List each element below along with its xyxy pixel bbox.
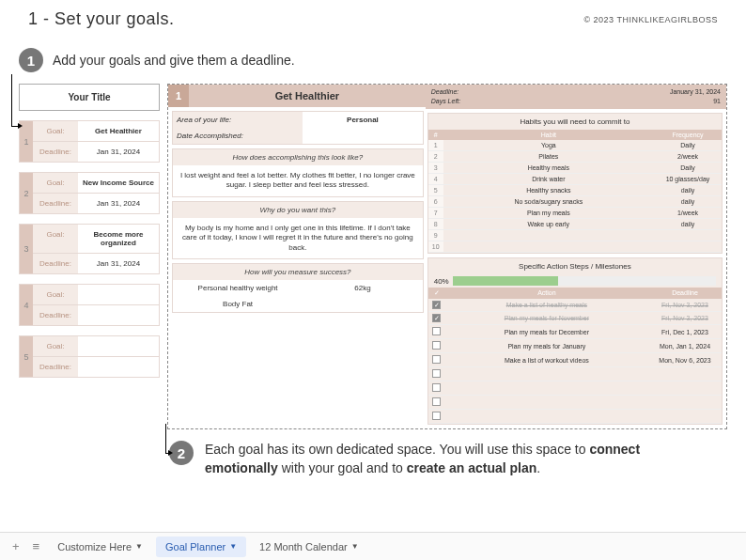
action-row[interactable] <box>428 367 722 381</box>
q3-label: How will you measure success? <box>173 264 423 280</box>
checkbox-icon[interactable] <box>432 355 441 364</box>
action-row[interactable]: Make a list of workout videosMon, Nov 6,… <box>428 353 722 367</box>
goal-title[interactable]: Get Healthier <box>78 121 159 141</box>
goal-deadline[interactable]: Jan 31, 2024 <box>78 194 159 213</box>
all-sheets-icon[interactable]: ≡ <box>28 539 45 553</box>
metric-2-value[interactable] <box>303 296 423 312</box>
habit-row[interactable]: 7Plan my meals1/week <box>428 208 722 219</box>
detail-meta: Deadline:January 31, 2024 Days Left:91 <box>426 85 726 109</box>
add-sheet-icon[interactable]: + <box>8 539 24 553</box>
habit-row[interactable]: 8Wake up earlydaily <box>428 219 722 230</box>
actions-table: Specific Action Steps / Milestones 40% ✓… <box>427 257 723 425</box>
checkbox-icon[interactable]: ✓ <box>432 301 441 309</box>
step-1: 1 Add your goals and give them a deadlin… <box>19 48 746 72</box>
daysleft-value: 91 <box>713 97 721 106</box>
habit-row[interactable]: 3Healthy mealsDaily <box>428 163 722 174</box>
habit-row[interactable]: 6No soda/sugary snacksdaily <box>428 196 722 208</box>
arrow-2 <box>165 424 169 454</box>
goal-deadline[interactable]: Jan 31, 2024 <box>78 142 159 162</box>
action-row[interactable]: Plan my meals for JanuaryMon, Jan 1, 202… <box>428 339 722 353</box>
checkbox-icon[interactable] <box>432 369 441 378</box>
goal-deadline[interactable] <box>78 357 159 377</box>
date-acc-label: Date Accomplished: <box>173 128 303 144</box>
detail-header: 1 Get Healthier <box>168 85 426 107</box>
habit-row[interactable]: 4Drink water10 glasses/day <box>428 174 722 185</box>
goal-num: 3 <box>20 225 33 273</box>
goals-sidebar: Your Title 1 Goal:Get Healthier Deadline… <box>19 84 160 429</box>
action-row[interactable]: ✓ Make a list of healthy mealsFri, Nov 3… <box>428 299 722 312</box>
goal-card-3[interactable]: 3 Goal:Become more organized Deadline:Ja… <box>19 224 160 274</box>
progress-bar <box>453 276 716 286</box>
goal-card-1[interactable]: 1 Goal:Get Healthier Deadline:Jan 31, 20… <box>19 120 160 163</box>
step-1-text: Add your goals and give them a deadline. <box>53 53 295 68</box>
action-row[interactable]: Plan my meals for DecemberFri, Dec 1, 20… <box>428 325 722 339</box>
goal-card-4[interactable]: 4 Goal: Deadline: <box>19 284 160 326</box>
habit-row[interactable]: 1YogaDaily <box>428 140 722 151</box>
deadline-label: Deadline: <box>33 357 78 377</box>
deadline-label: Deadline: <box>33 305 78 325</box>
action-row[interactable] <box>428 396 722 410</box>
goal-title[interactable]: New Income Source <box>78 173 159 193</box>
title-input[interactable]: Your Title <box>19 84 160 111</box>
q1-label: How does accomplishing this look like? <box>173 149 423 165</box>
deadline-value: January 31, 2024 <box>670 87 721 97</box>
date-acc-value[interactable] <box>303 128 423 144</box>
detail-goal-title: Get Healthier <box>189 85 426 107</box>
habit-row[interactable]: 5Healthy snacksdaily <box>428 185 722 196</box>
detail-goal-num: 1 <box>168 85 189 107</box>
habit-row[interactable]: 2Pilates2/week <box>428 151 722 163</box>
deadline-label: Deadline: <box>33 142 78 162</box>
arrow-1 <box>11 74 19 127</box>
checkbox-icon[interactable] <box>432 412 441 420</box>
q2-label: Why do you want this? <box>173 202 423 218</box>
area-label: Area of your life: <box>173 112 303 128</box>
goal-num: 2 <box>20 173 33 213</box>
sheet-tabbar: + ≡ Customize Here▼ Goal Planner▼ 12 Mon… <box>0 532 746 560</box>
goal-title[interactable] <box>78 336 159 356</box>
q2-answer[interactable]: My body is my home and I only get one in… <box>173 218 423 258</box>
action-row[interactable] <box>428 410 722 424</box>
habit-row[interactable]: 10 <box>428 241 722 253</box>
copyright: © 2023 THINKLIKEAGIRLBOSS <box>583 15 718 24</box>
habits-table: Habits you will need to commit to #Habit… <box>427 113 723 254</box>
q1-answer[interactable]: I lost weight and feel a lot better. My … <box>173 165 423 196</box>
goal-card-2[interactable]: 2 Goal:New Income Source Deadline:Jan 31… <box>19 172 160 214</box>
checkbox-icon[interactable] <box>432 383 441 392</box>
step-2-text: Each goal has its own dedicated space. Y… <box>205 441 690 477</box>
metric-1-value[interactable]: 62kg <box>303 280 423 296</box>
habit-row[interactable]: 9 <box>428 230 722 241</box>
tab-calendar[interactable]: 12 Month Calendar▼ <box>250 537 367 557</box>
goal-label: Goal: <box>33 121 78 141</box>
goal-deadline[interactable]: Jan 31, 2024 <box>78 254 159 273</box>
goal-label: Goal: <box>33 225 78 253</box>
deadline-label: Deadline: <box>33 194 78 213</box>
checkbox-icon[interactable]: ✓ <box>432 314 441 322</box>
progress-pct: 40% <box>434 277 449 286</box>
deadline-label: Deadline: <box>33 254 78 273</box>
step-2: 2 Each goal has its own dedicated space.… <box>169 441 690 477</box>
action-row[interactable] <box>428 381 722 396</box>
tab-customize[interactable]: Customize Here▼ <box>48 537 152 557</box>
goal-label: Goal: <box>33 173 78 193</box>
goal-title[interactable]: Become more organized <box>78 225 159 253</box>
checkbox-icon[interactable] <box>432 341 441 350</box>
goal-label: Goal: <box>33 285 78 304</box>
action-row[interactable]: ✓ Plan my meals for NovemberFri, Nov 3, … <box>428 312 722 325</box>
goal-title[interactable] <box>78 285 159 304</box>
page-title: 1 - Set your goals. <box>28 9 175 29</box>
metric-2-label[interactable]: Body Fat <box>173 296 303 312</box>
goal-num: 4 <box>20 285 33 325</box>
checkbox-icon[interactable] <box>432 327 441 335</box>
area-value[interactable]: Personal <box>303 112 423 128</box>
step-1-badge: 1 <box>19 48 43 72</box>
goal-num: 5 <box>20 336 33 377</box>
checkbox-icon[interactable] <box>432 397 441 406</box>
tab-goal-planner[interactable]: Goal Planner▼ <box>156 537 246 557</box>
goal-detail-panel: 1 Get Healthier Area of your life:Person… <box>167 84 727 429</box>
goal-deadline[interactable] <box>78 305 159 325</box>
metric-1-label[interactable]: Personal healthy weight <box>173 280 303 296</box>
goal-label: Goal: <box>33 336 78 356</box>
goal-card-5[interactable]: 5 Goal: Deadline: <box>19 335 160 378</box>
